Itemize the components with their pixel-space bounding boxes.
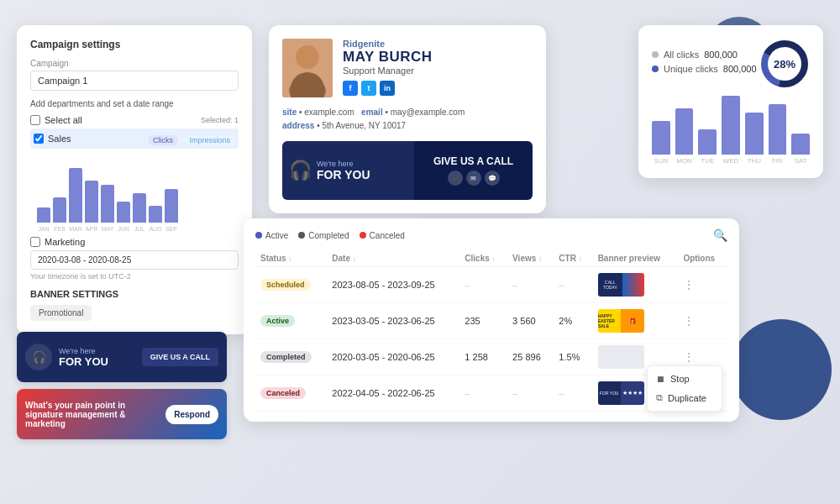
stats-bar-thu xyxy=(745,113,764,155)
status-badge: Scheduled xyxy=(260,279,311,291)
bar-0 xyxy=(37,207,50,223)
select-all-row: Select all Selected: 1 xyxy=(30,115,239,125)
bar-5 xyxy=(117,202,130,223)
options-menu: ⋮ xyxy=(683,314,722,328)
social-icons: f t in xyxy=(343,81,533,96)
profile-title: Support Manager xyxy=(343,66,533,76)
banner-thumb xyxy=(598,345,644,369)
search-button[interactable]: 🔍 xyxy=(713,228,727,242)
col-views: Views ↕ xyxy=(507,250,554,267)
profile-company: Ridgenite xyxy=(343,39,533,49)
options-menu: ⋮ xyxy=(683,278,722,291)
sales-label[interactable]: Sales xyxy=(34,134,71,144)
twitter-icon[interactable]: t xyxy=(361,81,376,96)
stats-bar-tue xyxy=(698,129,717,155)
call-icon-3: 💬 xyxy=(485,171,500,186)
options-dropdown: ⏹ Stop ⧉ Duplicate xyxy=(647,365,722,412)
clicks-tag: Clicks xyxy=(148,135,178,145)
avatar xyxy=(282,39,333,97)
call-icon-1: 📞 xyxy=(448,171,463,186)
profile-name: MAY BURCH xyxy=(343,49,533,66)
duplicate-icon: ⧉ xyxy=(656,392,663,403)
linkedin-icon[interactable]: in xyxy=(380,81,395,96)
respond-button[interactable]: Respond xyxy=(165,405,218,424)
add-dept-label: Add departments and set a date range xyxy=(30,99,239,108)
selected-badge: Selected: 1 xyxy=(201,116,239,124)
donut-chart: 28% xyxy=(759,39,810,89)
sales-row: Sales Clicks Impressions xyxy=(30,129,239,149)
stats-bar-fri xyxy=(769,104,787,155)
col-date: Date ↕ xyxy=(327,250,459,267)
stats-card: All clicks 800,000 Unique clicks 800,000… xyxy=(638,25,823,178)
options-menu-with-dropdown: ⋮ ⏹ Stop ⧉ Duplicate xyxy=(683,350,722,364)
unique-clicks-label: Unique clicks xyxy=(664,64,718,74)
banner-respond: What's your pain point in signature mana… xyxy=(17,389,227,439)
col-ctr: CTR ↕ xyxy=(554,250,592,267)
select-all-checkbox[interactable] xyxy=(30,115,40,125)
profile-header: Ridgenite MAY BURCH Support Manager f t … xyxy=(282,39,533,97)
marketing-checkbox[interactable] xyxy=(30,237,40,247)
campaign-label: Campaign xyxy=(30,59,239,68)
banner-previews: 🎧 We're here FOR YOU GIVE US A CALL What… xyxy=(17,332,227,446)
banner-thumb: CALL TODAY xyxy=(598,273,644,297)
donut-percentage: 28% xyxy=(774,58,795,71)
status-badge: Completed xyxy=(260,351,312,363)
banner-thumb: HAPPY EASTER SALE 🎁 xyxy=(598,309,644,333)
scene: Campaign settings Campaign Add departmen… xyxy=(0,0,840,504)
date-range-input[interactable] xyxy=(30,250,239,270)
stats-bar-sat xyxy=(791,134,810,155)
stop-icon: ⏹ xyxy=(656,374,665,384)
bar-3 xyxy=(85,181,98,223)
options-dots[interactable]: ⋮ xyxy=(683,314,695,328)
campaign-settings-card: Campaign settings Campaign Add departmen… xyxy=(17,25,252,334)
bar-6 xyxy=(133,193,146,223)
profile-details: site • example.com email • may@example.c… xyxy=(282,106,533,133)
table-row: Completed 2020-03-05 - 2020-06-25 1 258 … xyxy=(255,339,727,375)
campaign-table-card: Active Completed Canceled 🔍 Status ↕ Dat… xyxy=(244,218,739,422)
select-all-label[interactable]: Select all xyxy=(30,115,82,125)
marketing-row: Marketing xyxy=(30,237,239,247)
stats-chart xyxy=(652,96,810,155)
campaign-input[interactable] xyxy=(30,71,239,91)
promotional-button[interactable]: Promotional xyxy=(30,305,92,321)
marketing-label[interactable]: Marketing xyxy=(30,237,85,247)
col-banner: Banner preview xyxy=(593,250,679,267)
svg-point-1 xyxy=(296,45,319,69)
stats-bar-mon xyxy=(675,108,694,155)
give-us-call-text: GIVE US A CALL xyxy=(433,155,513,167)
stats-bar-sun xyxy=(652,121,670,155)
all-clicks-row: All clicks 800,000 xyxy=(652,50,759,60)
timezone-note: Your timezone is set to UTC-2 xyxy=(30,272,239,281)
svg-point-2 xyxy=(289,77,326,97)
profile-banner: 🎧 We're here FOR YOU GIVE US A CALL 📞 ✉ … xyxy=(282,141,533,200)
banner-for-you: FOR YOU xyxy=(317,168,370,181)
status-badge: Active xyxy=(260,315,295,327)
deco-circle-1 xyxy=(731,319,832,420)
options-dots[interactable]: ⋮ xyxy=(683,278,695,291)
bar-1 xyxy=(53,197,66,223)
col-options: Options xyxy=(678,250,727,267)
stop-option[interactable]: ⏹ Stop xyxy=(648,370,722,388)
banner-we-here: We're here xyxy=(317,160,370,168)
facebook-icon[interactable]: f xyxy=(343,81,358,96)
banner-thumb: FOR YOU ★★★★ xyxy=(598,381,644,405)
unique-clicks-value: 800,000 xyxy=(723,64,757,74)
all-clicks-value: 800,000 xyxy=(704,50,738,60)
duplicate-option[interactable]: ⧉ Duplicate xyxy=(648,388,722,407)
all-clicks-dot xyxy=(652,51,659,58)
impressions-tag: Impressions xyxy=(184,135,235,145)
options-dots[interactable]: ⋮ xyxy=(683,350,695,364)
unique-clicks-row: Unique clicks 800,000 xyxy=(652,64,759,74)
all-clicks-label: All clicks xyxy=(664,50,699,60)
chart-x-labels: JAN FEB MAR APR MAY JUN JUL AUG SEP xyxy=(30,226,239,232)
profile-info: Ridgenite MAY BURCH Support Manager f t … xyxy=(343,39,533,97)
headphone-icon: 🎧 xyxy=(25,344,52,370)
campaigns-table: Status ↕ Date ↕ Clicks ↕ Views ↕ CTR ↕ B… xyxy=(255,250,727,412)
bar-2 xyxy=(69,168,82,223)
banner-settings-label: BANNER SETTINGS xyxy=(30,289,239,299)
col-status: Status ↕ xyxy=(255,250,327,267)
status-badge: Canceled xyxy=(260,387,306,399)
table-legend: Active Completed Canceled 🔍 xyxy=(255,228,727,242)
sales-checkbox[interactable] xyxy=(34,134,44,144)
banner-here-text: We're here xyxy=(59,347,108,355)
